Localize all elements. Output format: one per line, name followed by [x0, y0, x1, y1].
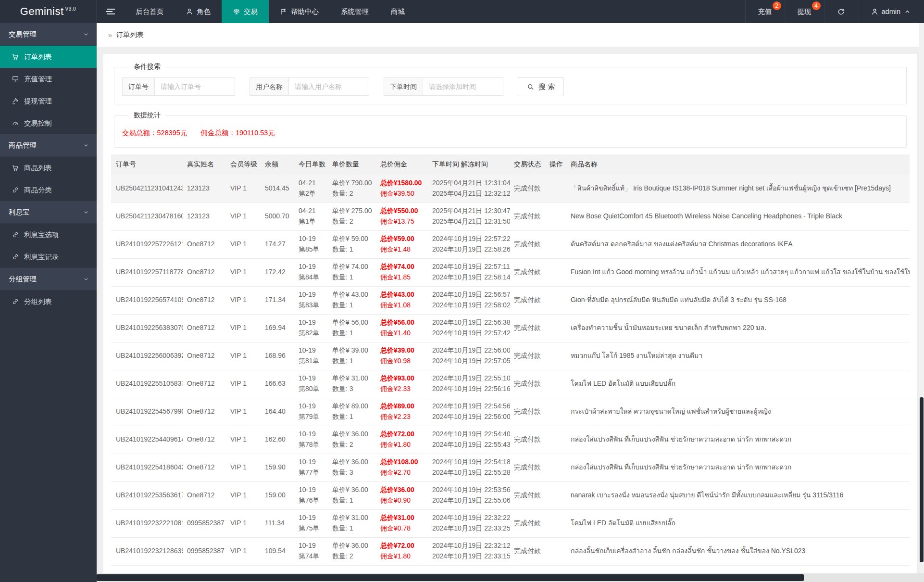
- order-row: UB24101922321286390995852387VIP 1109.541…: [111, 537, 910, 565]
- orders-table: 订单号真实姓名会员等级余额今日单数单价数量总价佣金下单时间 解冻时间交易状态操作…: [111, 154, 910, 582]
- order-seq: 第79单: [299, 412, 325, 422]
- sidebar-item-group-list[interactable]: 分组列表: [0, 291, 97, 313]
- balance: 162.60: [265, 434, 291, 445]
- cell-order-no: UB2504211230478160: [111, 202, 183, 230]
- recharge-nav-button[interactable]: 充值 2: [745, 0, 785, 23]
- order-no-input[interactable]: [154, 77, 235, 96]
- sidebar-item-goods-list[interactable]: 商品列表: [0, 157, 97, 179]
- chevron-up-icon: [903, 8, 912, 16]
- cell-total-commission: 总价¥39.00佣金¥0.98: [376, 342, 428, 370]
- quantity: 数量: 1: [332, 300, 373, 311]
- cell-real-name: 0995852387: [183, 509, 226, 537]
- status-text: 完成付款: [514, 462, 542, 473]
- order-date: 10-19: [299, 290, 325, 300]
- sidebar-item-lixibao-records[interactable]: 利息宝记录: [0, 246, 97, 268]
- table-header-row: 订单号真实姓名会员等级余额今日单数单价数量总价佣金下单时间 解冻时间交易状态操作…: [111, 154, 910, 175]
- cell-today-orders: 10-19第80单: [295, 370, 328, 398]
- unfreeze-time: 2024年10月19日 22:58:14: [432, 272, 506, 283]
- unfreeze-time: 2024年10月19日 22:57:42: [432, 328, 506, 339]
- order-row: UB2504211230478160123123VIP 15000.7004-2…: [111, 202, 910, 230]
- breadcrumb: » 订单列表: [97, 23, 924, 47]
- order-date: 10-19: [299, 262, 325, 272]
- cell-total-commission: 总价¥36.00佣金¥0.90: [376, 481, 428, 509]
- order-time-input[interactable]: [423, 77, 503, 96]
- refresh-button[interactable]: [824, 0, 858, 23]
- nav-item-trade[interactable]: 交易: [222, 0, 269, 23]
- sidebar-item-order-list[interactable]: 订单列表: [0, 46, 97, 68]
- cell-total-commission: 总价¥89.00佣金¥2.23: [376, 398, 428, 426]
- cell-times: 2025年04月21日 12:30:472025年04月21日 12:31:50: [428, 202, 510, 230]
- sidebar-item-trade-control[interactable]: 交易控制: [0, 112, 97, 134]
- sidebar-item-goods-category[interactable]: 商品分类: [0, 179, 97, 201]
- cell-times: 2024年10月19日 22:57:222024年10月19日 22:58:26: [428, 230, 510, 258]
- order-row: UB2410192254186042One8712VIP 1159.9010-1…: [111, 454, 910, 481]
- cell-balance: 109.54: [261, 537, 295, 565]
- vertical-scrollbar[interactable]: [919, 23, 924, 573]
- sidebar-group-header-lixibao[interactable]: 利息宝: [0, 201, 97, 224]
- order-seq: 第82单: [299, 328, 325, 339]
- goods-list-icon: [12, 164, 19, 172]
- search-field-order-time: 下单时间: [384, 77, 503, 96]
- nav-item-roles[interactable]: 角色: [175, 0, 222, 23]
- username-input[interactable]: [288, 77, 369, 96]
- cell-balance: 159.00: [261, 481, 295, 509]
- order-time: 2024年10月19日 22:54:18: [432, 457, 506, 468]
- cell-today-orders: 10-19第81单: [295, 342, 328, 370]
- cell-status: 完成付款: [510, 286, 546, 314]
- column-header: 余额: [261, 154, 295, 175]
- product-name: nanarak เบาะรองนั่ง หมอนรองนั่ง นุ่มสบาย…: [571, 490, 906, 501]
- order-no: UB2410192254567990: [116, 406, 179, 417]
- sidebar-collapse-toggle[interactable]: [97, 0, 125, 23]
- cell-times: 2024年10月19日 22:56:382024年10月19日 22:57:42: [428, 314, 510, 342]
- quantity: 数量: 1: [332, 328, 373, 339]
- nav-item-system[interactable]: 系统管理: [330, 0, 380, 23]
- vertical-scrollbar-thumb[interactable]: [920, 397, 924, 562]
- order-row: UB2410192254409614One8712VIP 1162.6010-1…: [111, 426, 910, 454]
- unfreeze-time: 2024年10月19日 22:56:16: [432, 384, 506, 394]
- product-name: Fusion Int แก้ว Good morning ทรงอ้วน แก้…: [571, 267, 906, 278]
- nav-item-label: 帮助中心: [291, 7, 319, 16]
- commission: 佣金¥0.78: [380, 523, 425, 534]
- sidebar-item-lixibao-options[interactable]: 利息宝选项: [0, 224, 97, 246]
- order-no: UB2410192257226121: [116, 239, 179, 250]
- horizontal-scrollbar-thumb[interactable]: [97, 574, 804, 581]
- real-name: One8712: [187, 351, 223, 361]
- cell-actions: [546, 537, 567, 565]
- quantity: 数量: 2: [332, 216, 373, 227]
- withdraw-nav-button[interactable]: 提现 4: [785, 0, 824, 23]
- unit-price: 单价¥ 74.00: [332, 262, 373, 272]
- cell-today-orders: 10-19第85单: [295, 230, 328, 258]
- order-date: 10-19: [299, 317, 325, 328]
- sidebar-group-header-trade-mgmt[interactable]: 交易管理: [0, 23, 97, 46]
- cell-order-no: UB2410192232128639: [111, 537, 183, 565]
- unfreeze-time: 2024年10月19日 22:33:25: [432, 523, 506, 534]
- cell-real-name: One8712: [183, 481, 226, 509]
- product-name: กล่องใส่แปรงสีฟัน ที่เก็บแปรงสีฟัน ช่วยร…: [571, 434, 906, 445]
- search-panel-legend: 条件搜索: [129, 63, 165, 71]
- order-seq: 第77单: [299, 468, 325, 478]
- cell-today-orders: 10-19第78单: [295, 426, 328, 454]
- horizontal-scrollbar[interactable]: [97, 573, 919, 582]
- sidebar-group-header-group-mgmt[interactable]: 分组管理: [0, 268, 97, 291]
- sidebar-group-header-goods-mgmt[interactable]: 商品管理: [0, 134, 97, 157]
- sidebar-item-withdraw-mgmt[interactable]: 提现管理: [0, 90, 97, 112]
- search-button[interactable]: 搜 索: [518, 77, 563, 96]
- sidebar-item-recharge-mgmt[interactable]: 充值管理: [0, 68, 97, 90]
- real-name: 123123: [187, 211, 223, 222]
- nav-item-mall[interactable]: 商城: [380, 0, 416, 23]
- order-time: 2024年10月19日 22:32:22: [432, 513, 506, 523]
- cell-balance: 5014.45: [261, 175, 295, 202]
- sidebar-group-label: 利息宝: [9, 208, 30, 217]
- order-seq: 第75单: [299, 523, 325, 534]
- sidebar-group-label: 分组管理: [9, 275, 37, 284]
- cell-today-orders: 04-21第2单: [295, 175, 328, 202]
- commission: 佣金¥0.90: [380, 495, 425, 506]
- nav-item-help[interactable]: 帮助中心: [269, 0, 330, 23]
- order-time: 2024年10月19日 22:53:56: [432, 485, 506, 495]
- balance: 171.34: [265, 295, 291, 305]
- order-seq: 第2单: [299, 189, 325, 199]
- nav-item-home[interactable]: 后台首页: [125, 0, 175, 23]
- admin-menu[interactable]: admin: [858, 0, 924, 23]
- cell-unit-price-qty: 单价¥ 74.00数量: 1: [328, 258, 376, 286]
- status-text: 完成付款: [514, 183, 542, 194]
